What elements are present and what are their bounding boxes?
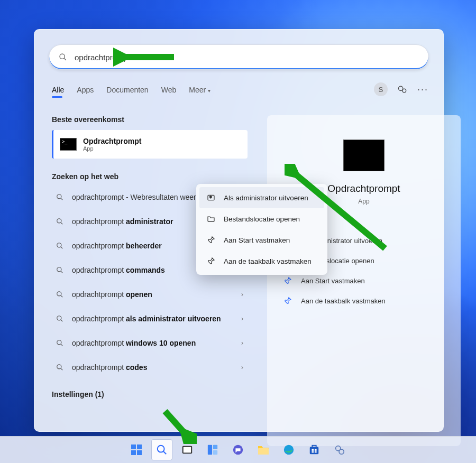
svg-line-30 (163, 451, 166, 454)
svg-rect-41 (312, 449, 314, 451)
chevron-down-icon: ▾ (208, 88, 210, 94)
search-box[interactable] (49, 44, 429, 70)
svg-point-8 (57, 243, 61, 247)
svg-line-23 (292, 171, 385, 248)
search-icon (55, 339, 65, 347)
annotation-arrow (160, 407, 197, 444)
web-results-heading: Zoeken op het web (52, 172, 248, 181)
admin-icon (206, 193, 216, 202)
svg-line-5 (61, 198, 62, 200)
svg-point-29 (158, 446, 164, 452)
svg-point-0 (60, 54, 65, 59)
svg-rect-42 (315, 449, 317, 451)
svg-line-9 (61, 247, 62, 248)
tab-documents[interactable]: Documenten (106, 82, 148, 101)
svg-rect-25 (131, 445, 136, 449)
context-menu-item[interactable]: Aan de taakbalk vastmaken (199, 251, 324, 272)
svg-rect-37 (258, 448, 269, 455)
svg-point-10 (57, 267, 61, 272)
pin-icon (282, 276, 294, 285)
chat-button[interactable] (227, 439, 249, 460)
svg-rect-43 (312, 451, 314, 453)
chevron-right-icon: › (241, 291, 243, 298)
settings-app-button[interactable] (329, 439, 350, 460)
tab-more[interactable]: Meer▾ (189, 82, 210, 101)
settings-heading[interactable]: Instellingen (1) (52, 390, 248, 399)
svg-rect-35 (213, 450, 217, 455)
search-icon (55, 364, 65, 371)
svg-line-11 (61, 271, 62, 273)
svg-line-19 (61, 368, 62, 370)
best-match-heading: Beste overeenkomst (52, 115, 248, 124)
web-result-text: opdrachtprompt windows 10 openen (72, 339, 244, 348)
more-options-button[interactable]: ··· (417, 84, 428, 95)
svg-rect-39 (310, 447, 319, 455)
start-button[interactable] (126, 439, 147, 460)
web-result-row[interactable]: opdrachtprompt openen› (52, 282, 248, 307)
svg-line-15 (61, 320, 62, 321)
best-match-item[interactable]: Opdrachtprompt App (52, 130, 248, 159)
svg-line-17 (61, 344, 62, 346)
search-icon (55, 218, 65, 225)
web-result-text: opdrachtprompt openen (72, 290, 244, 299)
svg-point-6 (57, 219, 61, 223)
annotation-arrow (113, 47, 177, 68)
svg-line-7 (61, 223, 62, 224)
action-label: Aan Start vastmaken (301, 277, 365, 285)
svg-point-46 (339, 449, 344, 454)
tab-web[interactable]: Web (161, 82, 177, 101)
web-result-text: opdrachtprompt codes (72, 363, 244, 372)
pin-icon (206, 236, 216, 244)
tab-apps[interactable]: Apps (77, 82, 94, 101)
svg-point-18 (57, 365, 61, 369)
web-result-row[interactable]: opdrachtprompt codes› (52, 355, 248, 379)
search-icon (55, 266, 65, 274)
edge-button[interactable] (278, 439, 299, 460)
svg-rect-40 (312, 446, 316, 448)
svg-point-38 (284, 445, 294, 455)
context-menu-label: Aan Start vastmaken (224, 236, 290, 244)
tab-all[interactable]: Alle (52, 82, 64, 101)
search-icon (55, 315, 65, 322)
svg-point-12 (57, 292, 61, 296)
search-icon (55, 242, 65, 249)
preview-action[interactable]: Aan de taakbalk vastmaken (278, 291, 450, 311)
chevron-right-icon: › (241, 364, 243, 371)
user-avatar[interactable]: S (374, 82, 388, 96)
folder-icon (206, 215, 216, 223)
best-match-title: Opdrachtprompt (83, 137, 141, 145)
svg-rect-33 (208, 445, 212, 455)
widgets-button[interactable] (202, 439, 223, 460)
desktop-wallpaper: Alle Apps Documenten Web Meer▾ S ··· Bes… (0, 0, 476, 463)
svg-rect-44 (315, 451, 317, 453)
pin-icon (282, 297, 294, 305)
svg-rect-32 (184, 447, 191, 453)
command-prompt-icon (60, 138, 77, 151)
svg-rect-28 (137, 450, 142, 455)
svg-rect-27 (131, 450, 136, 455)
web-result-row[interactable]: opdrachtprompt windows 10 openen› (52, 331, 248, 355)
chevron-right-icon: › (241, 315, 243, 322)
flyout-top-right: S ··· (374, 82, 428, 96)
svg-point-4 (57, 195, 61, 199)
search-tabs: Alle Apps Documenten Web Meer▾ (52, 82, 210, 101)
svg-point-14 (57, 316, 61, 320)
best-match-subtitle: App (83, 145, 141, 152)
chevron-right-icon: › (241, 339, 243, 347)
file-explorer-button[interactable] (253, 439, 274, 460)
svg-rect-34 (213, 445, 217, 449)
svg-rect-26 (137, 445, 142, 449)
annotation-arrow (285, 164, 390, 254)
svg-point-3 (402, 89, 406, 92)
web-result-text: opdrachtprompt als administrator uitvoer… (72, 314, 244, 323)
feedback-icon[interactable] (397, 84, 408, 95)
taskbar (0, 436, 476, 463)
microsoft-store-button[interactable] (304, 439, 325, 460)
svg-line-24 (165, 411, 187, 436)
context-menu-label: Aan de taakbalk vastmaken (224, 257, 312, 265)
action-label: Aan de taakbalk vastmaken (301, 297, 386, 305)
search-icon (59, 53, 67, 61)
search-icon (55, 291, 65, 298)
web-result-row[interactable]: opdrachtprompt als administrator uitvoer… (52, 307, 248, 331)
svg-line-13 (61, 295, 62, 297)
